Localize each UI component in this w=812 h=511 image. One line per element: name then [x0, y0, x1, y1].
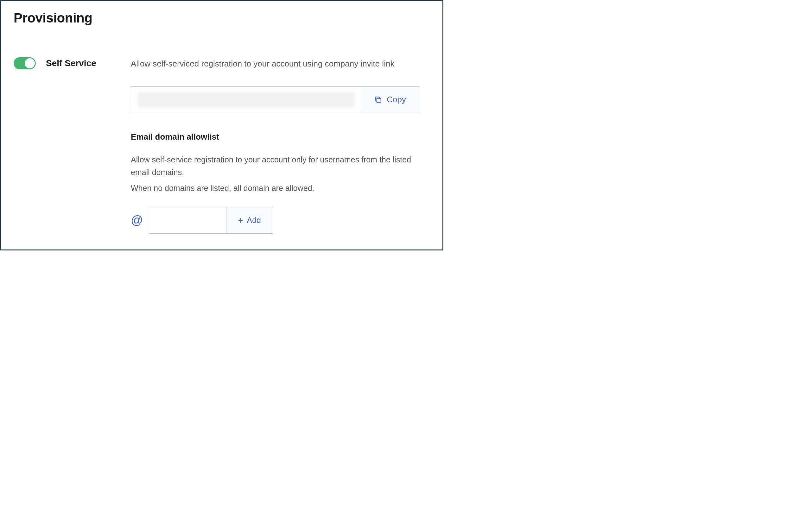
copy-label: Copy [387, 95, 406, 104]
add-label: Add [247, 216, 261, 225]
section-right: Allow self-serviced registration to your… [131, 57, 430, 234]
plus-icon: + [238, 216, 243, 225]
section-left: Self Service [13, 57, 118, 69]
svg-rect-0 [377, 98, 381, 102]
toggle-knob [25, 58, 35, 68]
add-domain-button[interactable]: + Add [226, 207, 273, 233]
allowlist-description: Allow self-service registration to your … [131, 153, 430, 179]
allowlist-hint: When no domains are listed, all domain a… [131, 182, 430, 194]
at-icon: @ [131, 213, 143, 227]
self-service-toggle[interactable] [13, 57, 36, 69]
domain-input[interactable] [149, 207, 226, 233]
allowlist-heading: Email domain allowlist [131, 132, 430, 142]
copy-button[interactable]: Copy [361, 87, 419, 113]
self-service-description: Allow self-serviced registration to your… [131, 57, 430, 70]
copy-icon [374, 96, 382, 104]
self-service-heading: Self Service [46, 58, 96, 68]
invite-link-display[interactable] [131, 87, 361, 113]
domain-input-group: + Add [149, 207, 273, 234]
provisioning-panel: Provisioning Self Service Allow self-ser… [0, 0, 443, 250]
page-title: Provisioning [13, 10, 430, 26]
self-service-section: Self Service Allow self-serviced registr… [13, 57, 430, 234]
invite-link-blurred [138, 92, 355, 108]
domain-input-row: @ + Add [131, 207, 430, 234]
invite-link-group: Copy [131, 86, 419, 113]
